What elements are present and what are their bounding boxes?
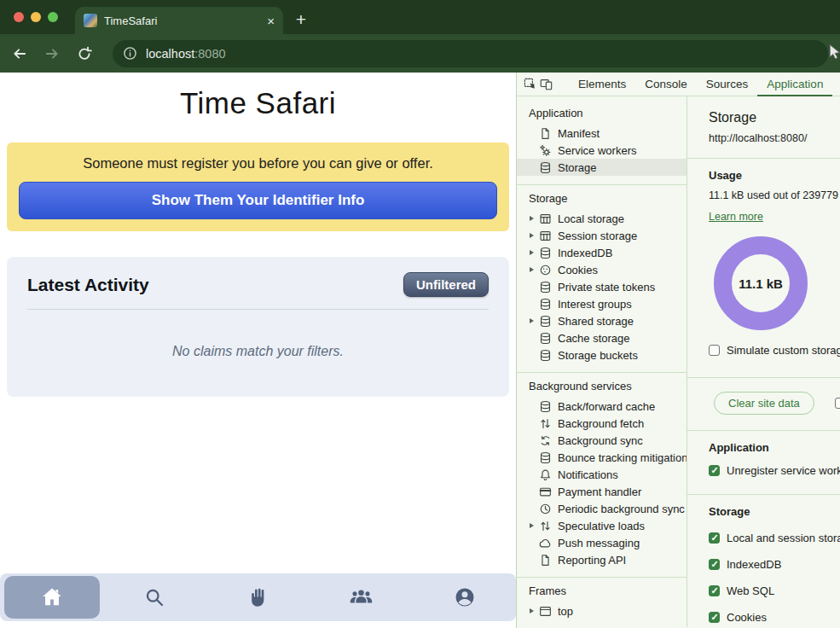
table-icon [539, 212, 552, 225]
websql-checkbox[interactable] [709, 585, 720, 596]
inspect-icon[interactable] [524, 78, 536, 90]
learn-more-link[interactable]: Learn more [709, 211, 763, 223]
expand-arrow-icon[interactable] [530, 233, 539, 238]
back-arrow-icon[interactable] [12, 46, 27, 61]
sidebar-item-manifest[interactable]: Manifest [517, 125, 686, 142]
websql-row: Web SQL [709, 584, 840, 597]
show-identifier-info-button[interactable]: Show Them Your Identifier Info [19, 182, 497, 219]
empty-claims-message: No claims match your filters. [27, 344, 489, 359]
database-icon [539, 281, 552, 294]
usage-donut-chart: 11.1 kB [714, 236, 808, 330]
sidebar-item-local-storage[interactable]: Local storage [517, 210, 686, 227]
tab-elements[interactable]: Elements [569, 73, 635, 96]
third-party-checkbox[interactable] [835, 398, 840, 409]
sidebar-item-background-fetch[interactable]: Background fetch [517, 415, 686, 432]
sidebar-item-cache-storage[interactable]: Cache storage [517, 329, 686, 346]
address-bar[interactable]: localhost:8080 [113, 40, 828, 67]
sidebar-item-payment-handler[interactable]: Payment handler [517, 483, 686, 500]
devtools-tabbar: Elements Console Sources Application × [517, 73, 840, 96]
sidebar-item-shared-storage[interactable]: Shared storage [517, 312, 686, 329]
sidebar-item-back-forward-cache[interactable]: Back/forward cache [517, 398, 686, 415]
database-icon [539, 247, 552, 259]
database-icon [539, 315, 552, 328]
updown-arrows-icon [539, 417, 552, 430]
tab-close-icon[interactable]: × [267, 15, 275, 27]
clock-icon [539, 503, 552, 515]
cookies-checkbox[interactable] [709, 612, 720, 623]
unfiltered-button[interactable]: Unfiltered [403, 272, 489, 297]
local-session-storage-checkbox[interactable] [709, 532, 720, 544]
close-window-button[interactable] [14, 12, 24, 22]
expand-arrow-icon[interactable] [530, 523, 539, 528]
latest-activity-title: Latest Activity [27, 275, 149, 295]
reload-icon[interactable] [77, 46, 92, 61]
storage-checkbox-section: Storage Local and session storage Indexe… [687, 495, 840, 627]
browser-tab[interactable]: TimeSafari × [75, 7, 283, 34]
sidebar-section-application: Application Manifest Service workers [517, 100, 686, 185]
nav-home-active-pill[interactable] [4, 576, 100, 619]
sidebar-item-storage-buckets[interactable]: Storage buckets [517, 346, 686, 363]
sidebar-item-background-sync[interactable]: Background sync [517, 432, 686, 449]
section-title: Background services [517, 373, 686, 398]
nav-profile[interactable] [413, 573, 516, 621]
expand-arrow-icon[interactable] [530, 216, 539, 221]
tab-application[interactable]: Application [757, 73, 832, 96]
sidebar-item-reporting-api[interactable]: Reporting API [517, 551, 686, 568]
sidebar-item-top-frame[interactable]: top [517, 602, 686, 619]
cookies-row: Cookies [709, 611, 840, 624]
devtools-close-icon[interactable]: × [832, 77, 840, 92]
simulate-quota-checkbox[interactable] [709, 345, 720, 356]
cookie-icon [539, 264, 552, 276]
clear-site-data-button[interactable]: Clear site data [714, 392, 814, 415]
sidebar-item-push-messaging[interactable]: Push messaging [517, 534, 686, 551]
registration-alert: Someone must register you before you can… [7, 142, 509, 231]
unregister-sw-checkbox[interactable] [709, 465, 720, 476]
minimize-window-button[interactable] [31, 12, 41, 22]
forward-arrow-icon[interactable] [44, 46, 60, 61]
usage-section: Usage 11.1 kB used out of 239779 MB Lear… [687, 159, 840, 378]
profile-icon [453, 585, 477, 609]
mouse-cursor-icon [829, 44, 840, 60]
indexeddb-checkbox[interactable] [709, 559, 720, 570]
section-title: Frames [517, 578, 686, 602]
tab-title: TimeSafari [104, 15, 260, 27]
sidebar-item-indexeddb[interactable]: IndexedDB [517, 244, 686, 261]
new-tab-button[interactable]: + [290, 9, 312, 31]
url-host: localhost [146, 47, 194, 61]
database-icon [539, 451, 552, 464]
usage-text: 11.1 kB used out of 239779 MB [709, 189, 840, 201]
storage-pane-title: Storage [709, 107, 840, 125]
device-toolbar-icon[interactable] [540, 78, 553, 90]
sidebar-item-service-workers[interactable]: Service workers [517, 142, 686, 159]
activity-divider [27, 309, 489, 310]
sidebar-item-cookies[interactable]: Cookies [517, 261, 686, 278]
expand-arrow-icon[interactable] [530, 250, 539, 255]
bell-icon [539, 468, 552, 481]
tab-sources[interactable]: Sources [697, 73, 758, 96]
expand-arrow-icon[interactable] [530, 318, 539, 323]
expand-arrow-icon[interactable] [530, 608, 539, 613]
sidebar-item-periodic-background-sync[interactable]: Periodic background sync [517, 500, 686, 517]
cloud-icon [539, 537, 552, 550]
sidebar-item-storage[interactable]: Storage [517, 159, 686, 176]
expand-arrow-icon[interactable] [530, 267, 539, 272]
sidebar-item-bounce-tracking-mitigation[interactable]: Bounce tracking mitigation [517, 449, 686, 466]
sidebar-item-speculative-loads[interactable]: Speculative loads [517, 517, 686, 534]
sidebar-item-private-state-tokens[interactable]: Private state tokens [517, 278, 686, 295]
nav-projects[interactable] [206, 573, 310, 621]
sidebar-item-interest-groups[interactable]: Interest groups [517, 295, 686, 312]
sidebar-section-frames: Frames top [517, 578, 686, 627]
info-icon[interactable] [123, 46, 137, 61]
nav-home[interactable] [0, 573, 103, 621]
devtools-sidebar: Application Manifest Service workers [517, 96, 687, 627]
nav-search[interactable] [103, 573, 206, 621]
database-icon [539, 298, 552, 311]
sidebar-item-notifications[interactable]: Notifications [517, 466, 686, 483]
database-icon [539, 349, 552, 362]
database-icon [539, 332, 552, 345]
storage-origin: http://localhost:8080/ [709, 132, 840, 144]
sidebar-item-session-storage[interactable]: Session storage [517, 227, 686, 244]
zoom-window-button[interactable] [48, 12, 58, 22]
tab-console[interactable]: Console [635, 73, 697, 96]
nav-contacts[interactable] [310, 573, 413, 621]
